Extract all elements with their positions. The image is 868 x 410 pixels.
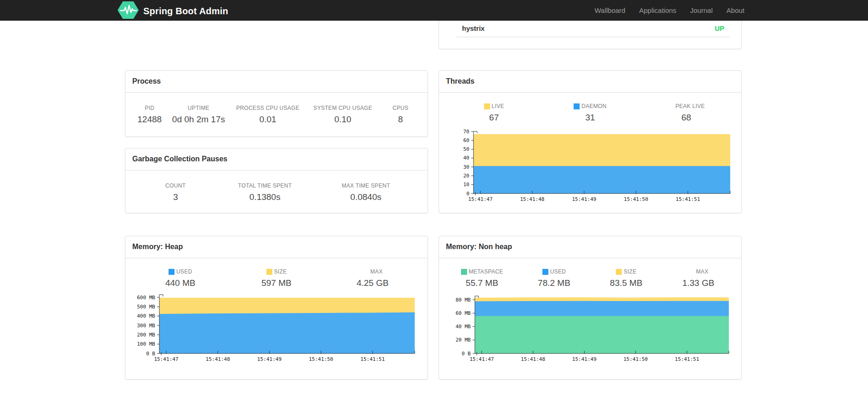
svg-text:15:41:51: 15:41:51 — [676, 196, 700, 202]
svg-text:15:41:50: 15:41:50 — [624, 356, 648, 362]
brand-title: Spring Boot Admin — [143, 6, 228, 17]
legend-peak-live: PEAK LIVE 68 — [638, 103, 734, 124]
size-swatch-icon — [266, 269, 272, 275]
process-panel: Process PID 12488 UPTIME 0d 0h 2m 17s PR… — [125, 70, 428, 137]
svg-text:20: 20 — [463, 173, 469, 179]
svg-text:60 MB: 60 MB — [456, 310, 471, 316]
svg-text:15:41:48: 15:41:48 — [520, 196, 545, 202]
svg-text:300 MB: 300 MB — [137, 323, 155, 329]
legend-daemon: DAEMON 31 — [542, 103, 638, 124]
stat-cpus: CPUS 8 — [380, 105, 421, 126]
svg-text:15:41:49: 15:41:49 — [572, 356, 597, 362]
panel-title: Threads — [446, 77, 474, 85]
svg-text:0 B: 0 B — [462, 351, 471, 357]
legend-metaspace: METASPACE 55.7 MB — [446, 268, 518, 290]
stat-gc-total-time: TOTAL TIME SPENT 0.1380s — [219, 182, 311, 204]
svg-text:15:41:47: 15:41:47 — [469, 356, 494, 362]
health-panel: hystrix UP — [439, 21, 742, 49]
stat-pid: PID 12488 — [132, 105, 167, 126]
top-navbar: Spring Boot Admin Wallboard Applications… — [0, 0, 868, 21]
health-indicator-name: hystrix — [462, 24, 485, 32]
svg-text:50: 50 — [463, 146, 469, 152]
legend-max: MAX 4.25 GB — [325, 268, 421, 290]
nonheap-legend: METASPACE 55.7 MB USED 78.2 MB SIZE 83.5… — [439, 258, 741, 290]
legend-used: USED 78.2 MB — [518, 268, 590, 290]
svg-text:70: 70 — [463, 129, 469, 135]
nav-links: Wallboard Applications Journal About — [588, 0, 751, 21]
nav-item-about[interactable]: About — [720, 0, 751, 21]
metaspace-swatch-icon — [461, 269, 467, 275]
stat-process-cpu: PROCESS CPU USAGE 0.01 — [231, 105, 305, 126]
svg-text:60: 60 — [463, 137, 469, 143]
panel-heading: Memory: Heap — [125, 236, 428, 258]
svg-text:15:41:51: 15:41:51 — [675, 356, 699, 362]
stat-gc-count: COUNT 3 — [132, 182, 219, 204]
used-swatch-icon — [169, 269, 175, 275]
nav-item-wallboard[interactable]: Wallboard — [588, 0, 632, 21]
health-status-badge: UP — [715, 24, 724, 32]
svg-text:0 B: 0 B — [146, 351, 155, 357]
svg-text:15:41:49: 15:41:49 — [572, 196, 596, 202]
spring-boot-admin-logo-icon — [118, 1, 139, 21]
panel-heading: Threads — [439, 71, 741, 93]
legend-size: SIZE 83.5 MB — [590, 268, 662, 290]
svg-text:10: 10 — [463, 182, 469, 188]
memory-heap-panel: Memory: Heap USED 440 MB SIZE 597 MB MAX… — [125, 236, 428, 380]
svg-text:600 MB: 600 MB — [137, 295, 155, 301]
panel-heading: Garbage Collection Pauses — [125, 148, 428, 171]
svg-text:30: 30 — [463, 164, 469, 170]
process-stats: PID 12488 UPTIME 0d 0h 2m 17s PROCESS CP… — [125, 93, 428, 126]
threads-panel: Threads LIVE 67 DAEMON 31 PEAK LIVE 68 0… — [439, 70, 742, 213]
svg-text:15:41:48: 15:41:48 — [206, 356, 230, 362]
panel-title: Memory: Non heap — [446, 243, 512, 251]
brand-link[interactable]: Spring Boot Admin — [118, 1, 228, 21]
gc-pauses-panel: Garbage Collection Pauses COUNT 3 TOTAL … — [125, 148, 428, 213]
panel-title: Memory: Heap — [132, 243, 183, 251]
legend-live: LIVE 67 — [446, 103, 542, 124]
svg-text:15:41:47: 15:41:47 — [154, 356, 179, 362]
stat-system-cpu: SYSTEM CPU USAGE 0.10 — [305, 105, 380, 126]
panel-title: Garbage Collection Pauses — [132, 155, 227, 163]
memory-nonheap-panel: Memory: Non heap METASPACE 55.7 MB USED … — [439, 236, 742, 380]
panel-heading: Memory: Non heap — [439, 236, 741, 258]
stat-gc-max-time: MAX TIME SPENT 0.0840s — [311, 182, 421, 204]
svg-text:15:41:50: 15:41:50 — [309, 356, 333, 362]
threads-legend: LIVE 67 DAEMON 31 PEAK LIVE 68 — [439, 93, 741, 124]
nav-item-applications[interactable]: Applications — [632, 0, 683, 21]
svg-text:15:41:47: 15:41:47 — [468, 196, 493, 202]
svg-text:0: 0 — [466, 191, 469, 197]
heap-legend: USED 440 MB SIZE 597 MB MAX 4.25 GB — [125, 258, 428, 290]
svg-text:15:41:48: 15:41:48 — [521, 356, 545, 362]
legend-max: MAX 1.33 GB — [662, 268, 734, 290]
daemon-swatch-icon — [574, 103, 580, 109]
svg-text:40: 40 — [463, 155, 469, 161]
nonheap-area-chart: 0 B20 MB40 MB60 MB80 MB15:41:4715:41:481… — [446, 293, 733, 365]
svg-text:100 MB: 100 MB — [137, 341, 155, 347]
panel-title: Process — [132, 77, 161, 85]
threads-area-chart: 01020304050607015:41:4715:41:4815:41:491… — [445, 129, 734, 205]
legend-used: USED 440 MB — [132, 268, 228, 290]
svg-text:500 MB: 500 MB — [137, 304, 155, 310]
svg-text:400 MB: 400 MB — [137, 313, 155, 319]
panel-heading: Process — [125, 71, 428, 93]
used-swatch-icon — [542, 269, 548, 275]
heap-area-chart: 0 B100 MB200 MB300 MB400 MB500 MB600 MB1… — [131, 292, 418, 365]
svg-text:15:41:49: 15:41:49 — [257, 356, 282, 362]
stat-uptime: UPTIME 0d 0h 2m 17s — [167, 105, 230, 126]
gc-stats: COUNT 3 TOTAL TIME SPENT 0.1380s MAX TIM… — [125, 171, 428, 204]
legend-size: SIZE 597 MB — [228, 268, 324, 290]
size-swatch-icon — [616, 269, 622, 275]
svg-text:15:41:51: 15:41:51 — [361, 356, 385, 362]
svg-text:20 MB: 20 MB — [456, 337, 471, 343]
svg-text:80 MB: 80 MB — [456, 297, 471, 303]
live-swatch-icon — [484, 103, 490, 109]
nav-item-journal[interactable]: Journal — [683, 0, 720, 21]
svg-text:200 MB: 200 MB — [137, 332, 155, 338]
svg-text:40 MB: 40 MB — [456, 324, 471, 330]
svg-text:15:41:50: 15:41:50 — [624, 196, 648, 202]
health-row-hystrix: hystrix UP — [457, 21, 730, 37]
